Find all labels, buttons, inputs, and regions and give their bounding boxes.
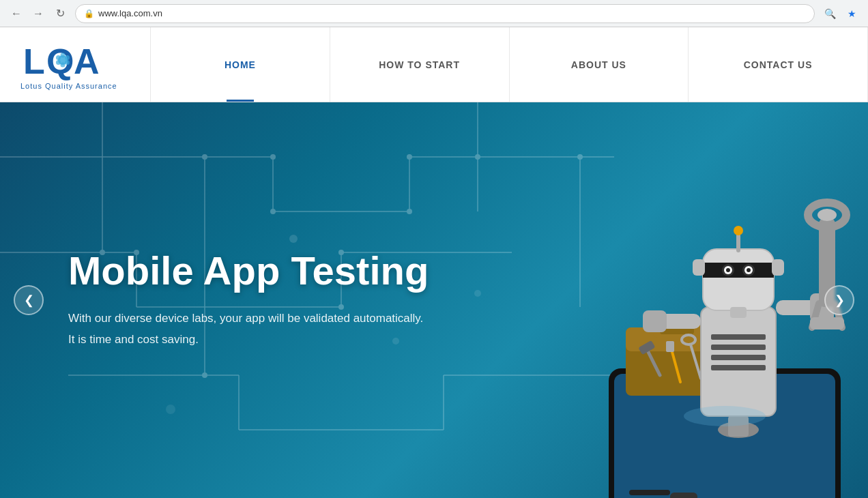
website: L Q A Lotus Quality Assurance HOME [0, 27, 868, 498]
hero-desc-line2: It is time and cost saving. [68, 330, 429, 350]
logo-area[interactable]: L Q A Lotus Quality Assurance [0, 40, 150, 90]
svg-rect-63 [711, 345, 766, 350]
svg-rect-84 [736, 233, 740, 252]
svg-point-43 [166, 405, 175, 414]
back-button[interactable]: ← [7, 4, 26, 23]
bookmark-button[interactable]: ★ [842, 4, 861, 23]
lqa-logo-svg: L Q A [20, 40, 102, 80]
svg-point-8 [65, 60, 70, 65]
lock-icon: 🔒 [84, 9, 94, 18]
logo-tagline: Lotus Quality Assurance [20, 82, 117, 90]
svg-point-89 [684, 406, 766, 426]
svg-point-5 [56, 55, 61, 60]
svg-point-32 [270, 154, 276, 160]
browser-nav-buttons: ← → ↻ [7, 4, 70, 23]
svg-point-7 [56, 60, 61, 65]
browser-actions: 🔍 ★ [820, 4, 861, 23]
svg-point-73 [818, 209, 837, 221]
search-button[interactable]: 🔍 [820, 4, 839, 23]
forward-button[interactable]: → [29, 4, 48, 23]
nav-label-home: HOME [225, 59, 256, 70]
reload-button[interactable]: ↻ [50, 4, 70, 23]
svg-point-33 [270, 209, 276, 214]
svg-rect-74 [810, 317, 844, 329]
svg-point-80 [726, 268, 730, 272]
hero-description: With our diverse device labs, your app w… [68, 309, 429, 350]
svg-point-34 [407, 154, 412, 160]
svg-point-30 [202, 154, 207, 160]
svg-point-44 [474, 290, 481, 297]
svg-point-35 [407, 209, 412, 214]
browser-chrome: ← → ↻ 🔒 www.lqa.com.vn 🔍 ★ [0, 0, 868, 27]
svg-rect-65 [711, 365, 766, 370]
nav-item-home[interactable]: HOME [150, 27, 330, 102]
svg-rect-56 [666, 341, 674, 352]
robot-illustration [527, 116, 854, 498]
svg-point-39 [475, 154, 480, 160]
svg-text:A: A [74, 42, 100, 80]
svg-rect-68 [643, 310, 667, 332]
address-bar[interactable]: 🔒 www.lqa.com.vn [75, 4, 815, 23]
svg-rect-88 [730, 307, 747, 318]
svg-point-6 [65, 55, 70, 60]
nav-label-contact-us: CONTACT US [744, 59, 813, 70]
svg-rect-86 [693, 259, 705, 276]
svg-rect-47 [670, 493, 697, 498]
nav-label-about-us: ABOUT US [571, 59, 626, 70]
svg-rect-77 [703, 263, 774, 278]
nav-item-how-to-start[interactable]: HOW TO START [330, 27, 510, 102]
svg-rect-64 [711, 355, 766, 360]
hero-content: Mobile App Testing With our diverse devi… [0, 249, 429, 351]
nav-item-about-us[interactable]: ABOUT US [510, 27, 689, 102]
hero-title: Mobile App Testing [68, 249, 429, 293]
site-header: L Q A Lotus Quality Assurance HOME [0, 27, 868, 102]
hero-illustration [513, 102, 868, 498]
svg-point-85 [734, 226, 743, 235]
svg-point-4 [61, 62, 66, 67]
hero-desc-line1: With our diverse device labs, your app w… [68, 309, 429, 329]
carousel-prev-button[interactable]: ❮ [14, 285, 44, 315]
nav-menu: HOME HOW TO START ABOUT US CONTACT US [150, 27, 868, 102]
prev-arrow-icon: ❮ [24, 293, 34, 308]
carousel-next-button[interactable]: ❯ [824, 285, 854, 315]
url-text: www.lqa.com.vn [98, 8, 806, 18]
svg-point-41 [289, 235, 298, 243]
svg-rect-87 [772, 259, 784, 276]
svg-rect-75 [703, 249, 774, 310]
next-arrow-icon: ❯ [835, 293, 845, 308]
svg-rect-48 [629, 490, 670, 495]
svg-rect-62 [711, 334, 766, 340]
nav-label-how-to-start: HOW TO START [379, 59, 460, 70]
svg-point-83 [747, 268, 751, 272]
nav-item-contact-us[interactable]: CONTACT US [689, 27, 868, 102]
svg-rect-61 [701, 307, 776, 416]
svg-text:L: L [23, 42, 45, 80]
svg-point-3 [61, 53, 66, 57]
hero-section: ❮ Mobile App Testing With our diverse de… [0, 102, 868, 498]
svg-point-31 [202, 372, 207, 378]
